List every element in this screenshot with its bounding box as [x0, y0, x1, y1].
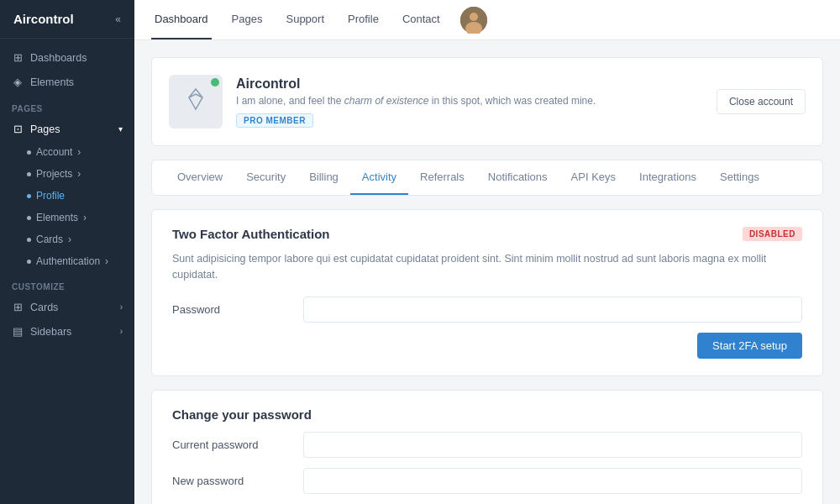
sidebar-section-customize: CUSTOMIZE — [0, 272, 134, 295]
sidebar-label-projects: Projects — [36, 168, 72, 180]
sidebar-label-sidebars: Sidebars — [30, 326, 71, 338]
sidebar-label-pages: Pages — [30, 123, 60, 135]
sidebar-section-pages: PAGES — [0, 94, 134, 117]
sidebar-label-cards-sub: Cards — [36, 234, 63, 245]
topnav-contact[interactable]: Contact — [399, 0, 444, 39]
elements-icon: ◈ — [12, 76, 24, 88]
avatar-image — [460, 7, 487, 34]
tab-integrations[interactable]: Integrations — [627, 160, 708, 195]
sidebar-subitem-authentication[interactable]: Authentication › — [0, 250, 134, 272]
auth-chevron: › — [105, 255, 108, 267]
profile-info: Aircontrol I am alone, and feel the char… — [236, 76, 703, 128]
app-name: Aircontrol — [13, 12, 74, 26]
tab-api-keys[interactable]: API Keys — [559, 160, 627, 195]
tab-referrals[interactable]: Referrals — [408, 160, 476, 195]
account-chevron: › — [77, 146, 81, 158]
pages-icon: ⊡ — [12, 123, 24, 135]
sidebar-label-authentication: Authentication — [36, 255, 100, 267]
sidebar-item-cards-cust[interactable]: ⊞ Cards › — [0, 295, 134, 319]
change-password-title: Change your password — [172, 407, 312, 422]
collapse-icon[interactable]: « — [115, 13, 121, 25]
sidebar-label-elements-sub: Elements — [36, 212, 78, 223]
sidebar-label-elements: Elements — [30, 76, 74, 88]
sidebar-label-account: Account — [36, 146, 72, 158]
tab-notifications[interactable]: Notifications — [476, 160, 559, 195]
tab-billing[interactable]: Billing — [297, 160, 350, 195]
pages-chevron: ▾ — [118, 124, 123, 134]
topnav-profile[interactable]: Profile — [344, 0, 382, 39]
auth-dot — [27, 260, 31, 264]
password-row: Password — [172, 297, 802, 323]
sidebar-item-dashboards[interactable]: ⊞ Dashboards — [0, 45, 134, 70]
sidebar: Aircontrol « ⊞ Dashboards ◈ Elements PAG… — [0, 0, 134, 504]
profile-header-card: Aircontrol I am alone, and feel the char… — [151, 57, 823, 146]
profile-dot — [27, 194, 31, 198]
change-password-section: Change your password Current password Ne… — [151, 390, 823, 505]
cards-dot — [27, 238, 31, 242]
close-account-button[interactable]: Close account — [717, 89, 806, 114]
sidebar-label-cards-cust: Cards — [30, 302, 58, 313]
topnav-pages[interactable]: Pages — [228, 0, 266, 39]
sidebar-label-dashboards: Dashboards — [30, 52, 87, 64]
topnav-dashboard[interactable]: Dashboard — [151, 0, 212, 39]
sidebar-item-pages[interactable]: ⊡ Pages ▾ — [0, 117, 134, 141]
sidebar-subitem-cards[interactable]: Cards › — [0, 228, 134, 250]
topnav: Dashboard Pages Support Profile Contact — [134, 0, 840, 40]
topnav-support[interactable]: Support — [282, 0, 328, 39]
profile-name: Aircontrol — [236, 76, 703, 92]
two-factor-desc: Sunt adipisicing tempor labore qui est c… — [172, 251, 802, 283]
pro-badge: PRO MEMBER — [236, 113, 313, 128]
current-password-label: Current password — [172, 438, 290, 451]
change-password-header: Change your password — [172, 407, 802, 422]
sidebar-subitem-profile[interactable]: Profile — [0, 185, 134, 207]
profile-avatar-icon — [182, 86, 209, 118]
sidebar-item-elements[interactable]: ◈ Elements — [0, 70, 134, 94]
profile-avatar-box — [169, 75, 223, 129]
password-label: Password — [172, 303, 290, 316]
cards-chevron: › — [68, 234, 71, 245]
account-dot — [27, 150, 31, 155]
profile-desc: I am alone, and feel the charm of existe… — [236, 95, 703, 107]
sidebar-nav: ⊞ Dashboards ◈ Elements PAGES ⊡ Pages ▾ … — [0, 39, 134, 504]
2fa-form-actions: Start 2FA setup — [172, 333, 802, 359]
2fa-password-input[interactable] — [303, 297, 802, 323]
new-password-row: New password — [172, 468, 802, 494]
svg-point-1 — [470, 13, 478, 21]
tab-security[interactable]: Security — [234, 160, 297, 195]
page-content: Aircontrol I am alone, and feel the char… — [134, 40, 840, 504]
elements-sub-chevron: › — [83, 212, 87, 223]
sidebar-logo: Aircontrol « — [0, 0, 134, 39]
tab-settings[interactable]: Settings — [708, 160, 771, 195]
two-factor-header: Two Factor Authentication DISABLED — [172, 227, 802, 241]
new-password-label: New password — [172, 475, 290, 487]
sub-tabs-bar: Overview Security Billing Activity Refer… — [151, 160, 823, 196]
tab-overview[interactable]: Overview — [165, 160, 234, 195]
sidebars-icon: ▤ — [12, 325, 24, 338]
two-factor-section: Two Factor Authentication DISABLED Sunt … — [151, 209, 823, 376]
sidebar-label-profile: Profile — [36, 190, 65, 202]
sidebar-subitem-projects[interactable]: Projects › — [0, 163, 134, 185]
projects-chevron: › — [77, 168, 81, 180]
sidebar-item-sidebars[interactable]: ▤ Sidebars › — [0, 319, 134, 344]
profile-status-dot — [211, 78, 219, 87]
sidebar-subitem-elements[interactable]: Elements › — [0, 207, 134, 228]
current-password-row: Current password — [172, 432, 802, 458]
two-factor-title: Two Factor Authentication — [172, 227, 330, 241]
start-2fa-button[interactable]: Start 2FA setup — [697, 333, 802, 359]
sidebars-chevron: › — [120, 327, 123, 336]
cards-cust-icon: ⊞ — [12, 301, 24, 313]
sidebar-subitem-account[interactable]: Account › — [0, 141, 134, 163]
main-content: Dashboard Pages Support Profile Contact — [134, 0, 840, 504]
dashboards-icon: ⊞ — [12, 51, 24, 64]
tab-activity[interactable]: Activity — [350, 160, 408, 195]
projects-dot — [27, 172, 31, 176]
new-password-input[interactable] — [303, 468, 802, 494]
cards-cust-chevron: › — [120, 302, 123, 312]
disabled-badge: DISABLED — [743, 227, 802, 241]
current-password-input[interactable] — [303, 432, 802, 458]
elements-sub-dot — [27, 216, 31, 220]
user-avatar[interactable] — [460, 7, 487, 34]
